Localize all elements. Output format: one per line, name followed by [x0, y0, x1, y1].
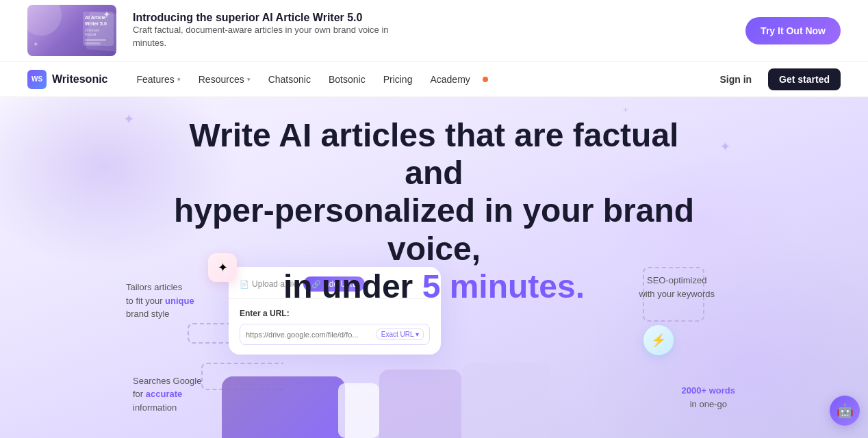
nav-botsonic-label: Botsonic: [329, 74, 366, 85]
notification-dot: [483, 77, 488, 82]
lightning-icon: ⚡: [643, 325, 674, 355]
nav-item-resources[interactable]: Resources ▾: [192, 70, 257, 89]
nav-item-features[interactable]: Features ▾: [130, 70, 188, 89]
url-type-dropdown[interactable]: Exact URL ▾: [376, 328, 424, 340]
annotation-words-line1: 2000+ words: [682, 385, 735, 396]
nav-academy-label: Academy: [430, 74, 470, 85]
url-input-field[interactable]: [246, 331, 372, 339]
nav-resources-label: Resources: [199, 74, 244, 85]
logo[interactable]: WS Writesonic: [27, 70, 108, 89]
hero-title-line1: Write AI articles that are factual and: [190, 117, 679, 191]
nav-item-chatsonic[interactable]: Chatsonic: [261, 70, 318, 89]
nav-item-pricing[interactable]: Pricing: [376, 70, 420, 89]
annotation-search-accurate: accurate: [146, 389, 182, 399]
logo-text: Writesonic: [52, 73, 108, 86]
chevron-down-icon: ▾: [247, 76, 251, 83]
chevron-down-icon: ▾: [177, 76, 181, 83]
banner-cta-button[interactable]: Try It Out Now: [745, 17, 841, 44]
bg-card-lavender-2: [461, 363, 550, 438]
annotation-search: Searches Google for accurate information: [133, 374, 201, 415]
promo-banner: ✦ ✦ AI ArticleWriter 5.0 On-brand · Fact…: [0, 0, 868, 62]
annotation-search-line1: Searches Google: [133, 376, 201, 386]
annotation-tailors-line2: to fit your: [126, 296, 162, 306]
nav-pricing-label: Pricing: [383, 74, 413, 85]
annotation-words-line2: in one-go: [690, 399, 727, 409]
banner-image: ✦ ✦ AI ArticleWriter 5.0 On-brand · Fact…: [27, 5, 116, 56]
deco-star-3: +: [623, 104, 628, 115]
bg-card-white-small: [338, 383, 379, 438]
nav-links: Features ▾ Resources ▾ Chatsonic Botsoni…: [130, 70, 690, 89]
nav-features-label: Features: [137, 74, 175, 85]
sign-in-button[interactable]: Sign in: [711, 70, 760, 89]
nav-actions: Sign in Get started: [711, 68, 841, 90]
bg-card-lavender-1: [379, 370, 461, 438]
hero-title-line2: hyper-personalized in your brand voice,: [174, 192, 694, 266]
annotation-words: 2000+ words in one-go: [682, 384, 735, 411]
banner-description: Craft factual, document-aware articles i…: [133, 24, 393, 49]
navbar: WS Writesonic Features ▾ Resources ▾ Cha…: [0, 62, 868, 97]
hero-title-highlight: 5 minutes.: [422, 268, 585, 305]
hero-title-line3-prefix: in under: [283, 268, 422, 305]
nav-item-botsonic[interactable]: Botsonic: [322, 70, 372, 89]
annotation-search-line2: for: [133, 389, 143, 399]
url-input-row[interactable]: Exact URL ▾: [240, 324, 430, 345]
card-body: Enter a URL: Exact URL ▾: [229, 299, 441, 355]
hero-title: Write AI articles that are factual and h…: [167, 116, 701, 305]
nav-item-academy[interactable]: Academy: [423, 70, 476, 89]
annotation-search-line3: information: [133, 402, 177, 413]
banner-text: Introducing the superior AI Article Writ…: [133, 12, 393, 49]
chat-icon: 🤖: [837, 402, 854, 419]
logo-letters: WS: [31, 75, 42, 83]
nav-chatsonic-label: Chatsonic: [268, 74, 311, 85]
url-field-label: Enter a URL:: [240, 309, 430, 318]
chat-widget-button[interactable]: 🤖: [830, 396, 860, 426]
bg-card-purple: [222, 376, 345, 438]
hero-section: ✦ ✦ + Write AI articles that are factual…: [0, 97, 868, 438]
annotation-tailors-line3: brand style: [126, 309, 170, 319]
deco-star-2: ✦: [719, 138, 731, 155]
logo-icon: WS: [27, 70, 47, 89]
get-started-button[interactable]: Get started: [768, 68, 841, 90]
banner-title: Introducing the superior AI Article Writ…: [133, 12, 393, 24]
